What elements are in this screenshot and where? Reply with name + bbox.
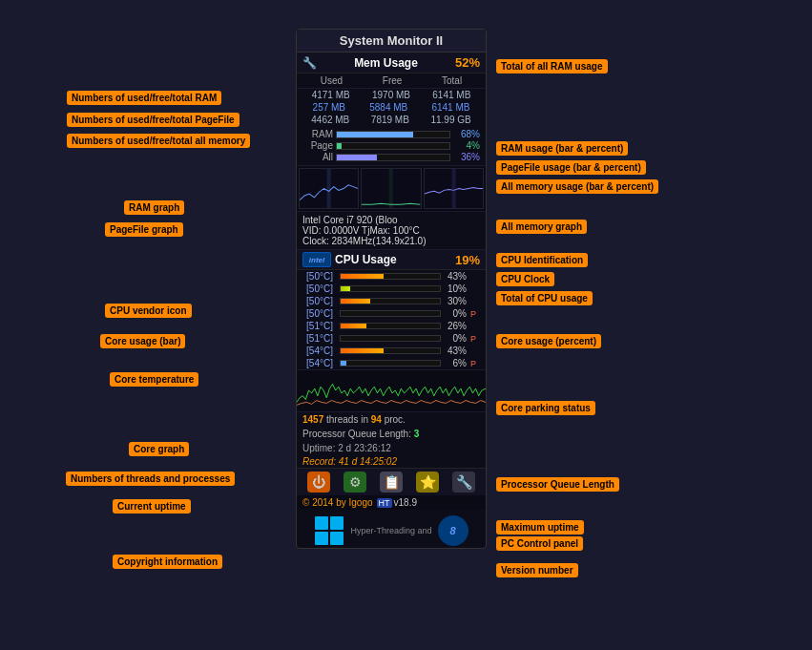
ann-pc-control: PC Control panel [496, 536, 583, 551]
cpu-header: intel CPU Usage 19% [297, 250, 486, 270]
core-row-3: [50°C] 30% [297, 295, 486, 307]
ctrl-btn-5[interactable]: 🔧 [452, 472, 475, 493]
core-row-6: [51°C] 0% P [297, 332, 486, 345]
cpu-id-line2: VID: 0.0000V TjMax: 100°C [302, 225, 480, 236]
ctrl-btn-3[interactable]: 📋 [380, 472, 403, 493]
core-bar-fill-1 [341, 274, 384, 279]
mem-row-1: 4171 MB 1970 MB 6141 MB [297, 89, 486, 101]
ann-used-free-total-ram: Numbers of used/free/total RAM [67, 91, 221, 105]
ann-cpu-usage: Total of CPU usage [496, 291, 593, 305]
intel-badge: 8 [438, 515, 468, 546]
ann-cpu-id: CPU Identification [496, 253, 588, 267]
svg-rect-9 [315, 532, 328, 545]
col-free: Free [383, 75, 403, 86]
cpu-info: Intel Core i7 920 (Bloo VID: 0.0000V TjM… [297, 212, 486, 250]
core-bar-track-5 [340, 323, 441, 329]
core-parking-4: P [467, 309, 480, 319]
ann-proc-queue: Processor Queue Length [496, 477, 619, 492]
all-pct: 36% [453, 152, 480, 162]
svg-rect-3 [389, 169, 393, 208]
core-row-4: [50°C] 0% P [297, 307, 486, 320]
ann-page-usage-bar: PageFile usage (bar & percent) [496, 160, 646, 175]
ann-core-pct: Core usage (percent) [496, 334, 601, 348]
core-bar-fill-3 [341, 299, 370, 304]
usage-bars: RAM 68% Page 4% All 36% [297, 126, 486, 166]
ram-pct: 68% [453, 129, 480, 139]
core-pct-2: 10% [444, 283, 467, 294]
core-pct-7: 43% [444, 346, 467, 356]
cpu-usage-label: CPU Usage [335, 253, 455, 266]
ann-threads: Numbers of threads and processes [66, 472, 235, 486]
mem-title: Mem Usage [354, 56, 418, 70]
cpu-clock-line: Clock: 2834MHz(134.9x21.0) [302, 236, 480, 246]
core-bar-track-4 [340, 310, 441, 317]
core-bar-fill-7 [341, 348, 384, 353]
core-temp-5: [51°C] [302, 321, 337, 331]
core-bar-track-7 [340, 347, 441, 354]
all-bar-row: All 36% [302, 152, 480, 162]
thread-count: 1457 [302, 414, 323, 425]
queue-row: Processor Queue Length: 3 [297, 427, 486, 441]
proc-count: 94 [371, 414, 382, 425]
ann-max-uptime: Maximum uptime [496, 520, 584, 535]
ann-core-bar: Core usage (bar) [100, 334, 185, 348]
copyright-text: © 2014 by Igogo [302, 497, 373, 508]
uptime-row: Uptime: 2 d 23:26:12 [297, 441, 486, 455]
ann-cpu-clock: CPU Clock [496, 272, 554, 286]
ann-version-num: Version number [496, 563, 578, 577]
pagefile-graph [361, 168, 421, 209]
core-temp-7: [54°C] [302, 346, 337, 356]
ann-used-free-total-all: Numbers of used/free/total all memory [67, 134, 250, 148]
core-bar-track-8 [340, 360, 441, 367]
core-row-2: [50°C] 10% [297, 283, 486, 295]
widget-title: System Monitor II [297, 30, 486, 52]
memory-graphs [297, 166, 486, 212]
core-row-5: [51°C] 26% [297, 320, 486, 332]
ann-pagefile-graph: PageFile graph [105, 222, 183, 237]
svg-rect-5 [451, 169, 455, 208]
ann-total-ram: Total of all RAM usage [496, 59, 608, 73]
page-label: Page [302, 140, 333, 151]
cpu-vendor-icon: intel [302, 252, 331, 267]
version-number: v18.9 [394, 497, 417, 508]
ctrl-btn-2[interactable]: ⚙ [344, 472, 366, 493]
core-bar-fill-5 [341, 324, 366, 328]
ht-badge: HT [377, 498, 392, 508]
core-pct-3: 30% [444, 296, 467, 306]
core-pct-6: 0% [444, 333, 467, 344]
core-temp-4: [50°C] [302, 308, 337, 319]
core-pct-8: 6% [444, 358, 467, 368]
copyright-line: © 2014 by Igogo HT v18.9 [297, 495, 486, 510]
core-pct-5: 26% [444, 321, 467, 331]
ann-cpu-vendor: CPU vendor icon [105, 304, 192, 318]
main-wrapper: System Monitor II 🔧 Mem Usage 52% Used F… [0, 0, 812, 650]
core-row-1: [50°C] 43% [297, 270, 486, 283]
queue-length: 3 [414, 429, 420, 439]
page-bar-fill [337, 143, 342, 149]
ctrl-btn-4[interactable]: ⭐ [416, 472, 439, 493]
core-temp-2: [50°C] [302, 283, 337, 294]
core-bar-fill-8 [341, 361, 346, 366]
ram-bar-track [336, 131, 450, 138]
core-bar-fill-2 [341, 286, 350, 291]
core-bar-track-3 [340, 298, 441, 304]
core-pct-4: 0% [444, 308, 467, 319]
core-row-8: [54°C] 6% P [297, 357, 486, 369]
core-graph [297, 369, 486, 412]
ann-used-free-total-page: Numbers of used/free/total PageFile [67, 113, 239, 127]
core-bar-track-2 [340, 285, 441, 292]
svg-rect-1 [327, 169, 331, 208]
core-temp-1: [50°C] [302, 271, 337, 282]
mem-row-3: 4462 MB 7819 MB 11.99 GB [297, 114, 486, 126]
page-bar-track [336, 142, 450, 150]
current-uptime: Uptime: 2 d 23:26:12 [302, 443, 480, 453]
ram-bar-row: RAM 68% [302, 129, 480, 139]
ram-label: RAM [302, 129, 333, 139]
col-used: Used [321, 75, 343, 86]
mem-cols: Used Free Total [297, 73, 486, 89]
ctrl-btn-1[interactable]: ⏻ [307, 472, 330, 493]
ann-core-graph: Core graph [129, 442, 189, 456]
core-bar-track-6 [340, 335, 441, 342]
ann-current-uptime: Current uptime [113, 499, 191, 514]
col-total: Total [442, 75, 462, 86]
